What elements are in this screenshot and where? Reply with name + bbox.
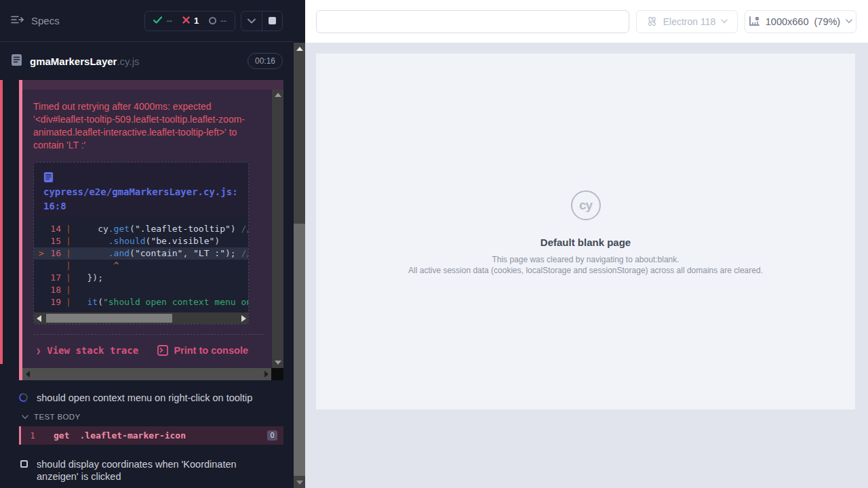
scroll-left-arrow[interactable] [34,312,43,324]
blank-page-line2: All active session data (cookies, localS… [408,265,763,276]
code-frame: cypress/e2e/gmaMarkersLayer.cy.js:16:8 1… [33,162,249,325]
test-stats: -- 1 -- [144,11,235,31]
runner-pane: Electron 118 1000x660 (79%) cy Default b… [305,0,868,488]
spec-duration-badge: 00:16 [248,53,283,69]
queued-test-icon [20,460,28,468]
scrollbar-corner [271,368,283,380]
chevron-down-icon [721,19,728,24]
code-block: 14| cy.get(".leaflet-tooltip") // Sele15… [34,218,248,312]
scroll-up-arrow[interactable] [272,89,283,100]
blank-page-line1: This page was cleared by navigating to a… [408,254,763,265]
scroll-down-arrow[interactable] [294,476,305,488]
reporter-sidebar: Specs -- 1 [0,0,305,488]
url-input[interactable] [316,10,629,33]
view-stack-trace-link[interactable]: ❯View stack trace [36,345,138,356]
spec-name: gmaMarkersLayer.cy.js [30,56,139,67]
failed-count: 1 [194,16,199,26]
chevron-down-icon [22,415,28,420]
test-body-label: TEST BODY [34,413,81,421]
spec-file-icon [11,54,22,69]
console-icon [157,345,168,356]
file-icon [43,171,54,183]
error-file-link[interactable]: cypress/e2e/gmaMarkersLayer.cy.js:16:8 [34,163,248,218]
command-row[interactable]: 1 get .leaflet-marker-icon 0 [19,426,283,445]
error-links-row: ❯View stack trace Print to console [33,335,273,368]
stat-pending: -- [209,16,226,26]
specs-label: Specs [31,15,60,26]
blank-page-title: Default blank page [408,237,763,248]
running-test-title: should open context menu on right-click … [37,392,252,404]
blank-page-message: cy Default blank page This page was clea… [408,190,763,276]
scroll-left-arrow[interactable] [22,368,33,380]
attempt-header-strip [22,80,283,89]
electron-icon [646,16,658,27]
scroll-up-arrow[interactable] [294,43,305,54]
x-icon [182,16,190,26]
specs-list-icon [11,15,24,27]
scroll-right-arrow[interactable] [261,368,271,380]
check-icon [153,16,162,26]
reporter-scrollbar[interactable] [294,43,305,488]
code-horizontal-scrollbar[interactable] [34,312,248,324]
browser-label: Electron 118 [663,16,716,27]
command-target: .leaflet-marker-icon [79,430,186,441]
command-name: get [54,430,69,441]
pending-circle-icon [209,17,216,24]
viewport-select[interactable]: 1000x660 (79%) [745,10,856,33]
stop-button[interactable] [262,12,283,30]
pending-count: -- [220,16,226,26]
chevron-down-icon [846,19,852,24]
runner-stage: cy Default blank page This page was clea… [305,43,868,488]
specs-menu-button[interactable]: Specs [11,15,60,27]
blank-page-description: This page was cleared by navigating to a… [408,254,763,276]
scroll-right-arrow[interactable] [239,312,248,324]
application-iframe: cy Default blank page This page was clea… [316,54,855,409]
command-count-badge: 0 [267,430,277,441]
pending-test-title: should display coordinates when 'Koordin… [37,458,253,483]
cypress-logo: cy [571,190,601,220]
command-index: 1 [21,431,44,441]
reporter-scrollbar-thumb[interactable] [294,224,305,476]
viewport-scale: (79%) [814,16,841,27]
collapse-button[interactable] [241,12,262,30]
runner-topbar: Electron 118 1000x660 (79%) [305,0,868,43]
viewport-ruler-icon [749,16,760,26]
scroll-down-arrow[interactable] [272,357,283,368]
running-spinner-icon [18,392,29,403]
error-panel: Timed out retrying after 4000ms: expecte… [22,89,283,368]
test-body-section-header[interactable]: TEST BODY [0,413,294,421]
pending-test-row[interactable]: should display coordinates when 'Koordin… [0,458,294,483]
browser-select[interactable]: Electron 118 [636,10,738,33]
reporter-header: Specs -- 1 [0,0,294,42]
stat-failed: 1 [182,16,199,26]
reporter-content: Specs -- 1 [0,0,294,488]
chevron-down-icon [248,18,256,24]
spec-extension: .cy.js [117,56,139,67]
stop-icon [269,17,276,24]
running-test-row[interactable]: should open context menu on right-click … [0,392,294,404]
code-scrollbar-thumb[interactable] [46,314,172,323]
run-controls [241,11,283,31]
error-horizontal-scrollbar[interactable] [22,368,283,380]
failed-attempt-container: Timed out retrying after 4000ms: expecte… [19,80,283,380]
passed-count: -- [166,16,172,26]
stat-passed: -- [153,16,172,26]
spec-file-row[interactable]: gmaMarkersLayer.cy.js 00:16 [0,42,294,80]
failed-test-indicator-bar [0,80,3,364]
error-message: Timed out retrying after 4000ms: expecte… [33,100,262,152]
error-vertical-scrollbar[interactable] [272,89,283,368]
cypress-app: Specs -- 1 [0,0,868,488]
print-to-console-button[interactable]: Print to console [157,345,248,356]
chevron-right-icon: ❯ [36,346,41,356]
viewport-size: 1000x660 [766,16,809,27]
